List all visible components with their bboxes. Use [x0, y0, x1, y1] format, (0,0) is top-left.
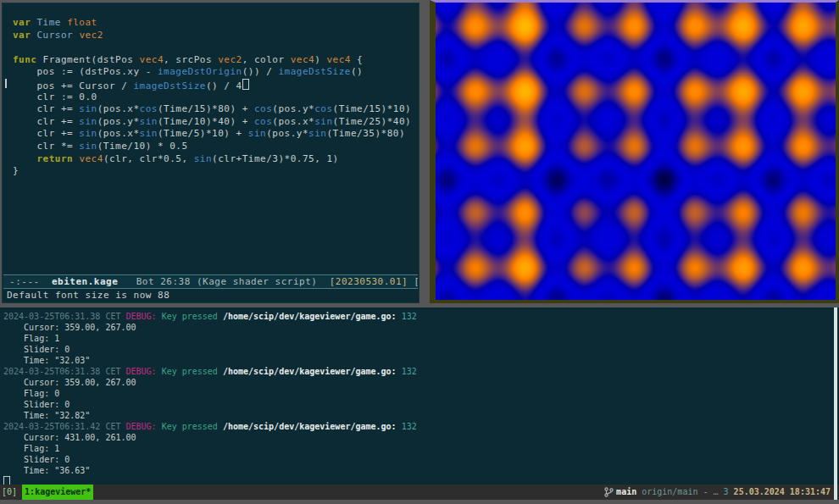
text-token: (Time/10) * 0.5: [97, 141, 188, 152]
text-token: return: [37, 153, 74, 164]
shader-canvas[interactable]: [436, 3, 836, 300]
code-buffer[interactable]: var Time floatvar Cursor vec2func Fragme…: [3, 3, 419, 274]
text-token: , srcPos: [164, 54, 218, 65]
text-line: Cursor: 359.00, 267.00: [3, 377, 832, 388]
text-line: var Time float: [13, 17, 419, 30]
text-token: (pos.y*: [272, 103, 314, 114]
text-token: -: [697, 487, 713, 496]
text-line: [3, 476, 832, 485]
text-line: func Fragment(dstPos vec4, srcPos vec2, …: [13, 54, 419, 67]
text-token: pos += Cursor /: [13, 80, 133, 91]
text-line: pos := (dstPos.xy - imageDstOrigin()) / …: [13, 66, 419, 79]
text-line: 2024-03-25T06:31.42 CET DEBUG: Key press…: [3, 421, 832, 432]
text-token: vec4: [140, 54, 164, 65]
text-token: [31, 17, 36, 28]
text-token: sin: [140, 128, 158, 139]
text-line: Slider: 0: [3, 454, 832, 465]
text-token: Time: "32.03": [3, 356, 90, 365]
text-line: Slider: 0: [3, 399, 832, 410]
text-token: (pos.x*: [97, 128, 140, 139]
text-token: sin: [308, 128, 326, 139]
text-token: clr +=: [13, 103, 79, 114]
text-line: var Cursor vec2: [13, 30, 419, 42]
text-token: cos: [140, 103, 158, 114]
text-token: Key pressed: [157, 312, 223, 321]
text-token: origin/main: [642, 487, 697, 496]
text-token: imageDstSize: [278, 66, 350, 77]
text-token: ebiten.kage: [52, 276, 118, 287]
text-token: Flag: 0: [3, 389, 59, 398]
text-token: Flag: 1: [3, 444, 59, 453]
text-token: ()) /: [242, 66, 279, 77]
terminal-window: 2024-03-25T06:31.38 CET DEBUG: Key press…: [0, 307, 839, 500]
text-token: sin: [79, 128, 97, 139]
text-token: cos: [254, 103, 272, 114]
text-token: sin: [140, 116, 158, 127]
text-token: vec2: [218, 54, 242, 65]
text-token: clr +=: [13, 128, 79, 139]
text-token: (pos.x*: [272, 116, 314, 127]
text-line: Flag: 0: [3, 388, 832, 399]
text-token: pos := (dstPos.xy -: [13, 66, 158, 77]
scrollbar[interactable]: [834, 307, 837, 500]
text-token: Cursor: [37, 30, 74, 41]
text-token: sin: [314, 116, 332, 127]
text-token: vec4: [326, 54, 351, 65]
tmux-status-right: main origin/main - … 3 25.03.2024 18:31:…: [604, 485, 831, 500]
text-token: 132: [397, 422, 417, 431]
text-token: /home/scip/dev/kageviewer/game.go:: [223, 422, 397, 431]
text-token: (pos.y*: [266, 128, 308, 139]
tmux-status-bar: [0] 1:kageviewer* main origin/main - … 3…: [0, 485, 839, 500]
text-token: (pos.x*: [97, 103, 140, 114]
text-token: Cursor: 431.00, 261.00: [3, 433, 136, 442]
text-line: Flag: 1: [3, 443, 832, 454]
text-token: Time: "36.63": [3, 466, 90, 475]
text-token: 132: [397, 312, 417, 321]
text-line: Time: "36.63": [3, 465, 832, 476]
text-token: var: [13, 30, 31, 41]
text-line: clr += sin(pos.x*sin(Time/5)*10) + sin(p…: [13, 128, 419, 141]
text-token: /home/scip/dev/kageviewer/game.go:: [223, 367, 397, 376]
fringe-indicator: [5, 79, 7, 88]
text-token: /home/scip/dev/kageviewer/game.go:: [223, 312, 397, 321]
text-line: clr += sin(pos.y*sin(Time/10)*40) + cos(…: [13, 116, 419, 129]
text-token: sin: [194, 153, 212, 164]
text-token: [31, 30, 36, 41]
text-token: (Time/5)*10) +: [158, 128, 248, 139]
text-token: Time: [37, 17, 62, 28]
text-token: Flag: 1: [3, 334, 59, 343]
text-line: clr := 0.0: [13, 91, 419, 104]
text-token: imageDstOrigin: [158, 66, 242, 77]
emacs-modeline: -:--- ebiten.kage Bot 26:38 (Kage shader…: [3, 274, 418, 289]
text-token: 25.03.2024 18:31:47: [734, 487, 831, 496]
text-token: (clr+Time/3)*0.75, 1): [212, 153, 339, 164]
tmux-git-and-clock: main origin/main - … 3 25.03.2024 18:31:…: [616, 485, 831, 500]
text-token: Key pressed: [157, 367, 223, 376]
text-token: Bot 26:38 (Kage shader script): [118, 276, 329, 287]
text-token: clr *=: [13, 141, 79, 152]
log-output[interactable]: 2024-03-25T06:31.38 CET DEBUG: Key press…: [0, 307, 832, 485]
text-token: (Time/25)*40): [333, 116, 412, 127]
text-token: {: [351, 54, 363, 65]
text-token: cos: [314, 103, 332, 114]
text-token: …: [714, 487, 724, 496]
text-token: (clr, clr*0.5,: [103, 153, 194, 164]
text-line: Time: "32.82": [3, 410, 832, 421]
log-level-badge: DEBUG:: [126, 312, 157, 321]
text-token: 2024-03-25T06:31.38 CET: [3, 312, 126, 321]
emacs-frame: var Time floatvar Cursor vec2func Fragme…: [2, 3, 420, 303]
text-line: Cursor: 431.00, 261.00: [3, 432, 832, 443]
text-token: () / 4: [206, 80, 242, 91]
tmux-window-tab[interactable]: 1:kageviewer*: [22, 485, 93, 500]
text-line: clr *= sin(Time/10) * 0.5: [13, 141, 419, 153]
log-level-badge: DEBUG:: [126, 367, 157, 376]
text-token: [: [408, 276, 418, 287]
text-cursor: [3, 476, 10, 485]
text-token: (Time/10)*40) +: [158, 116, 254, 127]
text-token: sin: [248, 128, 266, 139]
text-token: Cursor: 359.00, 267.00: [3, 323, 136, 332]
text-token: float: [67, 17, 97, 28]
text-line: 2024-03-25T06:31.38 CET DEBUG: Key press…: [3, 366, 832, 377]
text-token: sin: [79, 103, 97, 114]
text-token: imageDstSize: [133, 80, 205, 91]
